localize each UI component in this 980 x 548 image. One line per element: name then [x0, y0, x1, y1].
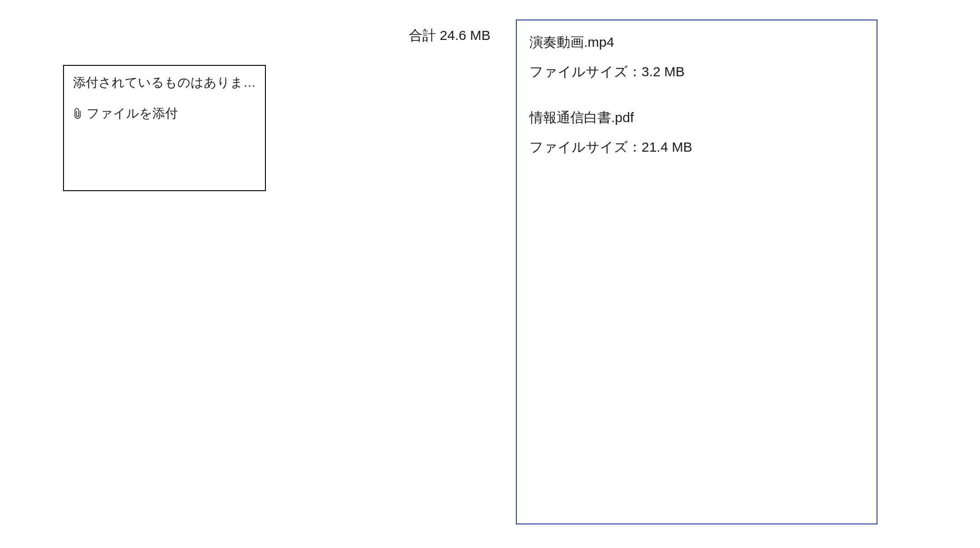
- file-size-row: ファイルサイズ：3.2 MB: [529, 63, 864, 81]
- no-attachment-text: 添付されているものはありませ…: [73, 74, 256, 91]
- file-size-value: 3.2 MB: [642, 64, 685, 79]
- file-size-value: 21.4 MB: [642, 139, 692, 154]
- attach-file-label: ファイルを添付: [87, 105, 178, 122]
- total-prefix: 合計: [409, 28, 440, 43]
- file-list-panel: 演奏動画.mp4 ファイルサイズ：3.2 MB 情報通信白書.pdf ファイルサ…: [516, 20, 877, 524]
- total-size-label: 合計 24.6 MB: [409, 26, 490, 45]
- paperclip-icon: [73, 107, 82, 120]
- attachment-dropzone[interactable]: 添付されているものはありませ… ファイルを添付: [63, 65, 266, 191]
- attach-file-button[interactable]: ファイルを添付: [73, 105, 256, 122]
- file-entry: 演奏動画.mp4 ファイルサイズ：3.2 MB: [529, 33, 864, 81]
- file-name: 情報通信白書.pdf: [529, 109, 864, 127]
- file-name: 演奏動画.mp4: [529, 33, 864, 52]
- file-entry: 情報通信白書.pdf ファイルサイズ：21.4 MB: [529, 109, 864, 157]
- file-size-row: ファイルサイズ：21.4 MB: [529, 138, 864, 157]
- file-size-label: ファイルサイズ：: [529, 64, 642, 79]
- file-size-label: ファイルサイズ：: [529, 139, 642, 154]
- total-value: 24.6 MB: [440, 28, 490, 43]
